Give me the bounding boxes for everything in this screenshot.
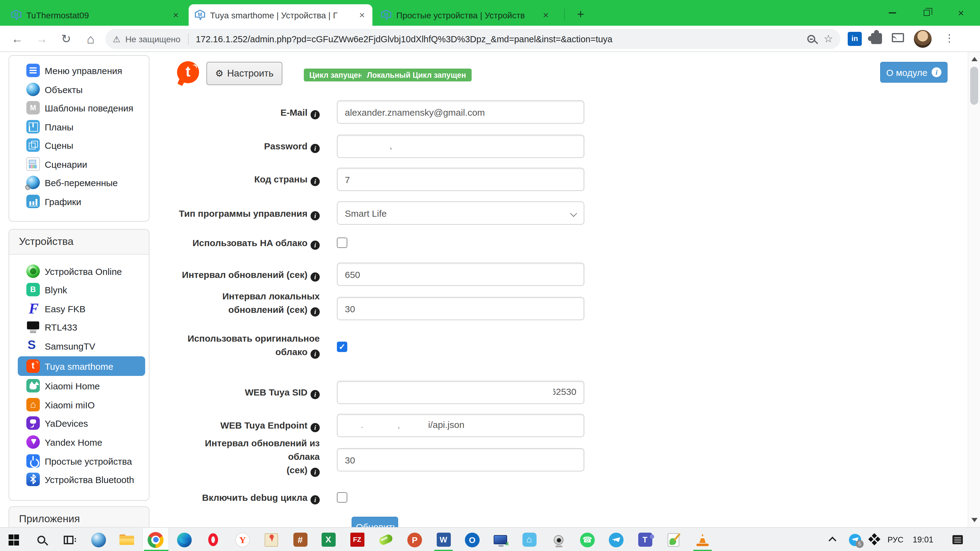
taskbar-winbox-icon[interactable] <box>86 528 111 551</box>
forward-button[interactable]: → <box>32 29 51 49</box>
sidebar-item-scenarios[interactable]: Сценарии <box>26 157 87 171</box>
new-tab-button[interactable]: + <box>572 6 589 23</box>
info-icon[interactable]: i <box>310 468 320 477</box>
original-cloud-checkbox[interactable] <box>337 341 347 352</box>
tab-close-icon[interactable]: × <box>170 10 181 21</box>
linkedin-extension-icon[interactable]: in <box>848 32 862 46</box>
email-input[interactable] <box>337 100 584 124</box>
configure-button[interactable]: ⚙ Настроить <box>207 62 282 85</box>
taskbar-vlc-icon[interactable] <box>690 528 715 551</box>
start-button[interactable] <box>1 528 26 551</box>
extensions-puzzle-icon[interactable] <box>871 33 882 44</box>
profile-avatar[interactable] <box>914 30 932 48</box>
page-scrollbar[interactable] <box>968 52 980 527</box>
web-tuya-endpoint-input[interactable]: . , i/api.json <box>337 414 584 437</box>
sidebar-item-web-variables[interactable]: Веб-переменные <box>26 175 118 190</box>
info-icon[interactable]: i <box>310 272 320 282</box>
clock[interactable]: 19:01 <box>910 528 936 551</box>
taskbar-chrome-icon-active[interactable] <box>142 528 169 551</box>
sidebar-item-yandex-home[interactable]: Yandex Home <box>26 435 102 449</box>
local-interval-input[interactable] <box>337 297 584 320</box>
home-button[interactable]: ⌂ <box>81 29 100 49</box>
scroll-up-icon[interactable] <box>971 57 978 61</box>
taskbar-smarthome-app-icon[interactable]: ⌂ <box>517 528 541 551</box>
info-icon[interactable]: i <box>310 495 320 505</box>
sidebar-item-rtl433[interactable]: RTL433 <box>26 319 77 334</box>
sidebar-item-simple-devices[interactable]: Простые устройства <box>26 454 132 468</box>
sidebar-item-samsungtv[interactable]: SamsungTV <box>26 338 95 353</box>
taskbar-notepadpp-icon[interactable] <box>661 528 686 551</box>
security-label[interactable]: Не защищено <box>125 34 180 44</box>
app-type-select[interactable]: Smart Life <box>337 202 584 225</box>
sidebar-item-devices-online[interactable]: Устройства Online <box>26 264 122 279</box>
sidebar-item-tuya-smarthome-selected[interactable]: Tuya smarthome <box>18 356 145 376</box>
web-tuya-sid-input[interactable]: 62530 <box>337 381 584 404</box>
scroll-down-icon[interactable] <box>971 518 978 522</box>
task-view-icon[interactable] <box>56 528 81 551</box>
taskbar-webcam-icon[interactable] <box>546 528 571 551</box>
language-indicator[interactable]: РУС <box>885 528 907 551</box>
url-text[interactable]: 172.16.1.252/admin.php?pd=cGFuZWw6e2FjdG… <box>196 34 802 44</box>
sidebar-item-xiaomi-home[interactable]: Xiaomi Home <box>26 378 100 393</box>
sidebar-item-easy-fkb[interactable]: Easy FKB <box>26 301 86 316</box>
sidebar-item-objects[interactable]: Объекты <box>26 82 83 97</box>
info-icon[interactable]: i <box>310 349 320 359</box>
country-code-input[interactable] <box>337 168 584 191</box>
taskbar-filezilla-icon[interactable]: FZ <box>345 528 369 551</box>
debug-checkbox[interactable] <box>337 492 347 503</box>
address-bar[interactable]: ⚠ Не защищено 172.16.1.252/admin.php?pd=… <box>105 29 840 49</box>
ha-cloud-checkbox[interactable] <box>337 238 347 248</box>
info-icon[interactable]: i <box>310 390 320 399</box>
notification-center-icon[interactable] <box>948 528 967 551</box>
taskbar-teams-icon[interactable]: T <box>633 528 657 551</box>
info-icon[interactable]: i <box>310 110 320 119</box>
password-input[interactable]: , <box>337 135 584 158</box>
not-secure-warning-icon[interactable]: ⚠ <box>113 34 120 44</box>
cloud-interval-input[interactable] <box>337 448 584 472</box>
taskbar-search-icon[interactable] <box>29 528 53 551</box>
info-icon[interactable]: i <box>310 423 320 432</box>
tab-simple-devices[interactable]: M Простые устройства | Устройств × <box>375 4 556 26</box>
sidebar-item-bluetooth-devices[interactable]: Устройства Bluetooth <box>26 472 134 487</box>
info-icon[interactable]: i <box>310 241 320 250</box>
window-close-button[interactable]: × <box>947 0 975 26</box>
sidebar-item-scenes[interactable]: Сцены <box>26 138 73 152</box>
taskbar-word-icon[interactable]: W <box>431 528 456 551</box>
scrollbar-thumb[interactable] <box>970 67 978 105</box>
back-button[interactable]: ← <box>7 29 27 49</box>
tray-telegram-icon[interactable]: 5 <box>846 528 864 551</box>
taskbar-whatsapp-icon[interactable]: ☎ <box>575 528 600 551</box>
taskbar-yandex-browser-icon[interactable]: Y <box>230 528 255 551</box>
tab-close-icon[interactable]: × <box>540 10 551 21</box>
submit-button[interactable]: Обновить <box>352 517 398 527</box>
bookmark-star-icon[interactable]: ☆ <box>824 32 833 45</box>
sidebar-item-charts[interactable]: Графики <box>26 194 81 209</box>
taskbar-file-explorer-icon[interactable] <box>115 528 139 551</box>
taskbar-hash-app-icon[interactable]: # <box>288 528 312 551</box>
taskbar-opera-icon[interactable] <box>201 528 225 551</box>
sidebar-item-behavior-templates[interactable]: Шаблоны поведения <box>26 100 133 115</box>
reload-button[interactable]: ↻ <box>56 29 76 49</box>
window-minimize-button[interactable] <box>878 0 907 26</box>
info-icon[interactable]: i <box>310 177 320 186</box>
info-icon[interactable]: i <box>310 307 320 316</box>
tab-tuthermostat09[interactable]: M TuThermostat09 × <box>5 4 186 26</box>
taskbar-outlook-icon[interactable]: O <box>460 528 485 551</box>
sidebar-item-control-menu[interactable]: Меню управления <box>26 63 122 78</box>
zoom-indicator-icon[interactable] <box>807 35 815 43</box>
update-interval-input[interactable] <box>337 263 584 286</box>
info-icon[interactable]: i <box>310 211 320 221</box>
taskbar-green-app-icon[interactable] <box>374 528 398 551</box>
taskbar-maps-icon[interactable] <box>259 528 283 551</box>
taskbar-powerpoint-icon[interactable]: P <box>402 528 427 551</box>
taskbar-telegram-icon[interactable] <box>604 528 628 551</box>
tray-dropbox-icon[interactable] <box>865 528 883 551</box>
sidebar-item-plans[interactable]: Планы <box>26 119 73 134</box>
about-module-button[interactable]: О модуле i <box>880 62 948 83</box>
tab-close-icon[interactable]: × <box>356 10 368 21</box>
sidebar-item-yadevices[interactable]: YaDevices <box>26 416 88 430</box>
sidebar-item-xiaomi-miio[interactable]: Xiaomi miIO <box>26 397 95 412</box>
taskbar-edge-icon[interactable] <box>172 528 197 551</box>
tray-chevron-icon[interactable] <box>824 528 842 551</box>
browser-menu-icon[interactable]: ⋮ <box>942 31 957 46</box>
